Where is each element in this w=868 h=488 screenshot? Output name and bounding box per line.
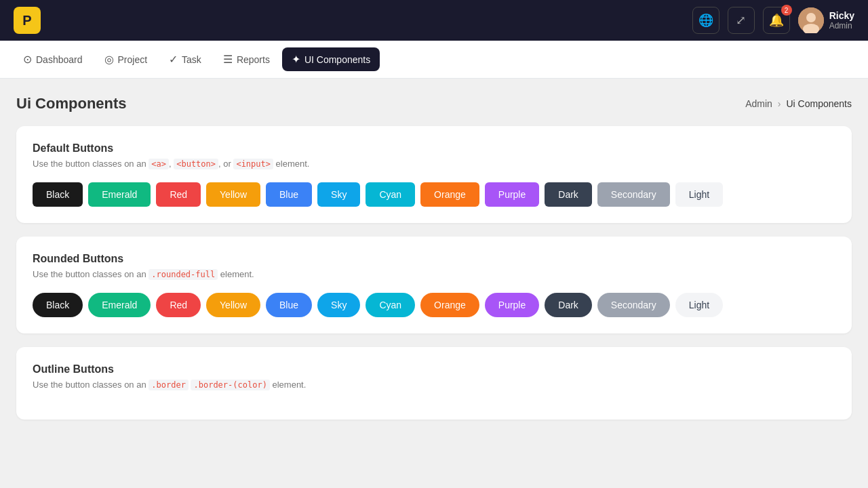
btn-default-blue[interactable]: Blue — [266, 182, 312, 207]
ui-components-icon: ✦ — [292, 53, 300, 66]
btn-rounded-orange[interactable]: Orange — [420, 293, 479, 317]
bell-icon: 🔔 — [769, 13, 784, 28]
outline-buttons-subtitle: Use the button classes on an .border .bo… — [33, 380, 835, 390]
breadcrumb-parent: Admin — [745, 98, 772, 109]
default-buttons-title: Default Buttons — [33, 142, 835, 155]
nav-label-dashboard: Dashboard — [36, 54, 83, 65]
btn-default-orange[interactable]: Orange — [420, 182, 479, 207]
user-info[interactable]: Ricky Admin — [798, 7, 854, 33]
expand-icon: ⤢ — [736, 13, 746, 28]
expand-button[interactable]: ⤢ — [728, 7, 755, 34]
btn-rounded-light[interactable]: Light — [675, 293, 723, 317]
outline-buttons-title: Outline Buttons — [33, 363, 835, 375]
page-title: Ui Components — [16, 95, 127, 113]
default-buttons-card: Default Buttons Use the button classes o… — [16, 126, 852, 223]
btn-default-yellow[interactable]: Yellow — [206, 182, 260, 207]
main-content: Ui Components Admin › Ui Components Defa… — [0, 79, 868, 449]
code-rounded-full: .rounded-full — [149, 269, 218, 280]
notification-button[interactable]: 🔔 2 — [763, 7, 790, 34]
nav-item-ui-components[interactable]: ✦ UI Components — [282, 47, 380, 71]
code-border: .border — [149, 380, 189, 390]
btn-rounded-secondary[interactable]: Secondary — [597, 293, 670, 317]
code-border-color: .border-(color) — [191, 380, 269, 390]
nav-item-dashboard[interactable]: ⊙ Dashboard — [14, 47, 92, 71]
btn-default-purple[interactable]: Purple — [485, 182, 539, 207]
code-input: <input> — [233, 159, 273, 169]
rounded-buttons-group: Black Emerald Red Yellow Blue Sky Cyan O… — [33, 293, 835, 317]
btn-rounded-red[interactable]: Red — [156, 293, 201, 317]
breadcrumb-separator: › — [778, 98, 781, 109]
nav-item-task[interactable]: ✓ Task — [159, 47, 211, 71]
btn-rounded-yellow[interactable]: Yellow — [206, 293, 260, 317]
btn-rounded-sky[interactable]: Sky — [317, 293, 360, 317]
nav-item-project[interactable]: ◎ Project — [95, 47, 157, 71]
btn-default-secondary[interactable]: Secondary — [597, 182, 670, 207]
breadcrumb-current: Ui Components — [787, 98, 852, 109]
main-nav: ⊙ Dashboard ◎ Project ✓ Task ☰ Reports ✦… — [0, 41, 868, 79]
nav-label-task: Task — [182, 54, 201, 65]
nav-label-reports: Reports — [237, 54, 270, 65]
btn-rounded-emerald[interactable]: Emerald — [88, 293, 151, 317]
svg-point-1 — [806, 13, 816, 22]
code-a: <a> — [149, 159, 169, 169]
globe-icon: 🌐 — [698, 13, 713, 28]
btn-default-cyan[interactable]: Cyan — [366, 182, 415, 207]
logo[interactable]: P — [14, 7, 41, 34]
header: P 🌐 ⤢ 🔔 2 Ricky Admin — [0, 0, 868, 41]
btn-rounded-dark[interactable]: Dark — [545, 293, 592, 317]
globe-button[interactable]: 🌐 — [692, 7, 719, 34]
rounded-buttons-title: Rounded Buttons — [33, 253, 835, 265]
rounded-buttons-subtitle: Use the button classes on an .rounded-fu… — [33, 269, 835, 279]
default-buttons-group: Black Emerald Red Yellow Blue Sky Cyan O… — [33, 182, 835, 207]
rounded-buttons-card: Rounded Buttons Use the button classes o… — [16, 237, 852, 333]
project-icon: ◎ — [104, 53, 114, 66]
nav-item-reports[interactable]: ☰ Reports — [214, 47, 279, 71]
outline-buttons-card: Outline Buttons Use the button classes o… — [16, 347, 852, 420]
btn-rounded-blue[interactable]: Blue — [266, 293, 312, 317]
btn-default-black[interactable]: Black — [33, 182, 83, 207]
btn-default-red[interactable]: Red — [156, 182, 201, 207]
page-header: Ui Components Admin › Ui Components — [16, 95, 852, 113]
nav-label-project: Project — [118, 54, 148, 65]
btn-default-dark[interactable]: Dark — [545, 182, 592, 207]
btn-rounded-purple[interactable]: Purple — [485, 293, 539, 317]
btn-default-sky[interactable]: Sky — [317, 182, 360, 207]
default-buttons-subtitle: Use the button classes on an <a>, <butto… — [33, 159, 835, 169]
code-button: <button> — [174, 159, 218, 169]
task-icon: ✓ — [169, 53, 178, 66]
nav-label-ui-components: UI Components — [304, 54, 370, 65]
btn-rounded-cyan[interactable]: Cyan — [366, 293, 415, 317]
btn-default-light[interactable]: Light — [675, 182, 723, 207]
breadcrumb: Admin › Ui Components — [745, 98, 852, 109]
dashboard-icon: ⊙ — [23, 53, 32, 66]
btn-rounded-black[interactable]: Black — [33, 293, 83, 317]
avatar — [798, 7, 824, 33]
header-right: 🌐 ⤢ 🔔 2 Ricky Admin — [692, 7, 854, 34]
notification-badge: 2 — [781, 5, 792, 16]
user-details: Ricky Admin — [829, 10, 854, 30]
btn-default-emerald[interactable]: Emerald — [88, 182, 151, 207]
reports-icon: ☰ — [223, 53, 233, 66]
